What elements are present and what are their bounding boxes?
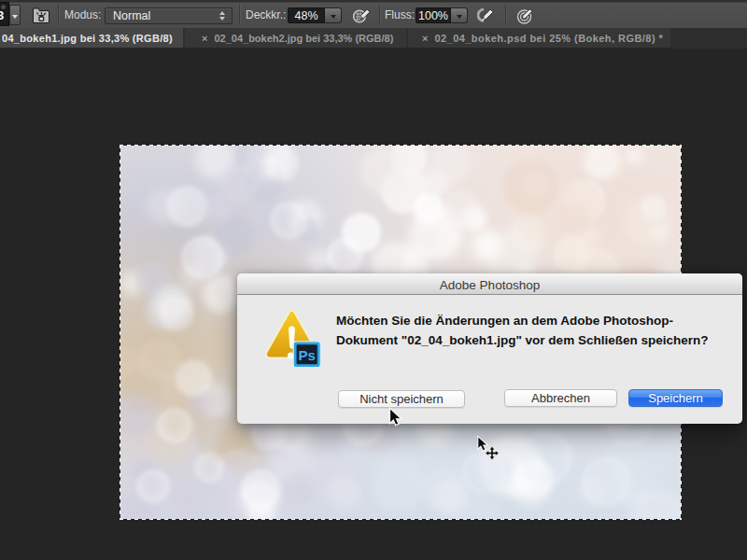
svg-text:Ps: Ps — [298, 347, 315, 363]
